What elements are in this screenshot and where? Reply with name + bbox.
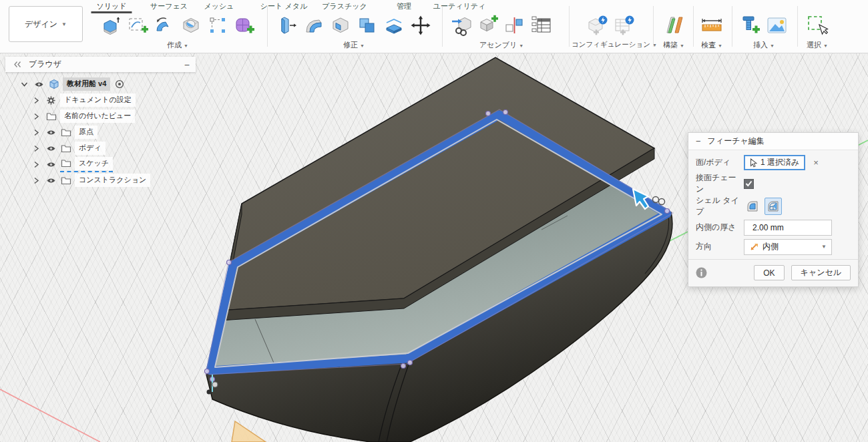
tab-plastic[interactable]: プラスチック [316,0,373,12]
select-group-label[interactable]: 選択▼ [800,40,835,50]
chevron-right-icon[interactable] [31,95,42,105]
minimize-icon[interactable]: − [184,61,190,68]
chevron-down-icon[interactable] [19,79,30,89]
create-form-icon[interactable] [232,12,257,39]
direction-label: 方向 [696,241,744,252]
tree-item-sketches[interactable]: スケッチ [5,156,196,172]
create-sketch-icon[interactable] [125,12,150,39]
direction-select[interactable]: 内側 ▼ [744,239,832,255]
eye-icon[interactable] [45,160,57,170]
direction-inside-icon [749,242,758,252]
construct-group-label[interactable]: 構築▼ [657,40,690,50]
tab-mesh[interactable]: メッシュ [198,0,239,12]
toolbar-group-configuration: コンフィギュレーション▼ [572,11,650,49]
info-icon[interactable] [696,267,707,278]
insert-fastener-icon[interactable] [738,12,763,39]
construction-plane-icon[interactable] [661,12,686,39]
faces-label: 面/ボディ [696,157,744,168]
shell-inside-icon[interactable] [765,198,782,215]
revolve-icon[interactable] [152,12,177,39]
cancel-button[interactable]: キャンセル [791,265,851,280]
chevron-right-icon[interactable] [31,128,42,138]
tree-item-label[interactable]: 原点 [75,126,97,139]
workspace-label: デザイン [25,19,57,30]
clear-selection-icon[interactable]: × [813,158,819,168]
inspect-group-label[interactable]: 検査▼ [696,40,728,50]
offset-face-icon[interactable] [381,12,407,39]
eye-icon[interactable] [45,144,57,154]
tangent-chain-checkbox[interactable] [744,179,754,189]
eye-icon[interactable] [33,79,45,89]
create-group-label[interactable]: 作成▼ [92,40,263,50]
3d-viewport[interactable]: ブラウザ − 教材用船 v4 ドキュメントの設定 [0,53,868,442]
sketch-dimension-icon[interactable] [205,12,230,39]
collapse-panel-icon[interactable] [11,59,23,69]
measure-icon[interactable] [699,12,724,39]
toolbar-separator [569,6,570,47]
tree-item-label[interactable]: ドキュメントの設定 [60,93,136,107]
tree-item-label[interactable]: 名前の付いたビュー [60,109,135,123]
eye-icon[interactable] [45,128,57,138]
tree-item-label[interactable]: ボディ [75,142,105,155]
configure-design-icon[interactable] [585,12,610,39]
chevron-right-icon[interactable] [31,160,42,170]
toolbar-group-construct: 構築▼ [657,11,690,50]
collapse-dialog-icon[interactable]: − [696,136,701,146]
tree-item-bodies[interactable]: ボディ [5,140,196,156]
workspace-selector[interactable]: デザイン ▼ [9,6,83,42]
joint-icon[interactable] [502,12,527,39]
toolbar-separator [797,6,798,47]
new-component-icon[interactable] [475,12,501,39]
fusion-app-window: デザイン ▼ ソリッド サーフェス メッシュ シート メタル プラスチック 管理… [0,0,868,442]
tab-manage[interactable]: 管理 [391,0,417,12]
move-copy-icon[interactable] [408,12,433,39]
assembly-group-label[interactable]: アセンブリ▼ [445,40,558,50]
origin-plane[interactable] [232,421,266,442]
chevron-right-icon[interactable] [31,176,42,186]
combine-icon[interactable] [355,12,380,39]
insert-image-icon[interactable] [765,12,790,39]
x-axis-line [0,389,100,442]
thickness-input[interactable]: 2.00 mm [744,220,832,236]
activate-radio-icon[interactable] [114,79,125,89]
select-icon[interactable] [805,12,830,39]
insert-design-icon[interactable] [449,12,474,39]
modify-group-label[interactable]: 修正▼ [270,40,438,50]
tree-item-construction[interactable]: コンストラクション [5,172,196,188]
tab-utilities[interactable]: ユーティリティ [428,0,491,12]
browser-title: ブラウザ [29,59,178,70]
bow-point-marker [212,382,218,387]
shell-outside-icon[interactable] [744,198,761,215]
browser-panel: ブラウザ − 教材用船 v4 ドキュメントの設定 [5,57,196,188]
hole-icon[interactable] [178,12,204,39]
configuration-table-icon[interactable] [612,12,637,39]
chevron-right-icon[interactable] [31,112,42,122]
tab-sheet-metal[interactable]: シート メタル [255,0,312,12]
selection-count: 1 選択済み [761,157,799,168]
fillet-icon[interactable] [301,12,327,39]
extrude-icon[interactable] [98,12,124,39]
tab-surface[interactable]: サーフェス [145,0,193,12]
tree-item-origin[interactable]: 原点 [5,124,196,140]
bom-table-icon[interactable] [529,12,554,39]
chevron-down-icon: ▼ [61,21,67,27]
shell-icon[interactable] [328,12,353,39]
press-pull-icon[interactable] [274,12,300,39]
chevron-down-icon: ▼ [360,43,365,48]
bow-point-marker [207,390,212,395]
toolbar-group-create: 作成▼ [92,11,263,50]
insert-group-label[interactable]: 挿入▼ [734,40,793,50]
tree-item-named-views[interactable]: 名前の付いたビュー [5,108,196,124]
sketch-highlight: スケッチ [60,157,113,172]
chevron-right-icon[interactable] [31,144,42,154]
face-selection-button[interactable]: 1 選択済み [744,155,805,170]
tree-item-label[interactable]: スケッチ [75,157,113,170]
tree-item-label[interactable]: 教材用船 v4 [63,77,110,91]
tree-item-label[interactable]: コンストラクション [75,174,150,187]
dialog-header[interactable]: − フィーチャ編集 [688,133,858,150]
eye-icon[interactable] [45,176,57,186]
tree-item-root[interactable]: 教材用船 v4 [5,76,196,92]
ok-button[interactable]: OK [754,265,784,280]
configuration-group-label[interactable]: コンフィギュレーション▼ [572,40,650,49]
tree-item-document-settings[interactable]: ドキュメントの設定 [5,92,196,108]
